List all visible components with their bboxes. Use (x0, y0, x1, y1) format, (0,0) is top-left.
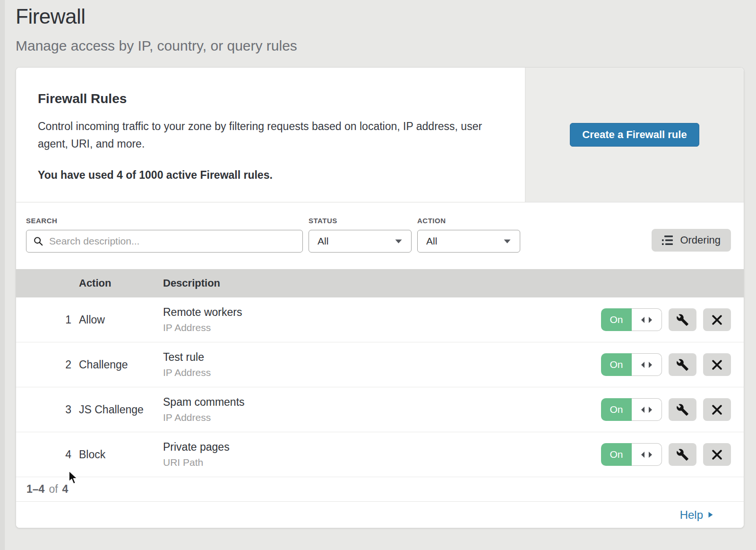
rule-controls: On (601, 443, 744, 466)
rule-controls: On (601, 353, 744, 376)
delete-rule-button[interactable] (703, 308, 731, 331)
chevron-down-icon (503, 239, 511, 244)
chevron-down-icon (395, 239, 403, 244)
page-subtitle: Manage access by IP, country, or query r… (16, 38, 756, 54)
edit-rule-button[interactable] (669, 443, 696, 466)
search-input[interactable] (49, 236, 296, 247)
rule-field-type: URI Path (163, 457, 601, 468)
overview-text-panel: Firewall Rules Control incoming traffic … (16, 68, 525, 202)
left-right-arrows-icon (641, 361, 653, 368)
search-label: SEARCH (26, 217, 303, 225)
rule-number: 3 (16, 403, 79, 416)
rule-field-type: IP Address (163, 367, 601, 378)
rule-enabled-toggle[interactable]: On (601, 398, 662, 421)
rule-action: JS Challenge (79, 403, 163, 416)
overview-usage: You have used 4 of 1000 active Firewall … (38, 169, 492, 182)
toggle-on-label: On (601, 398, 632, 421)
x-icon (712, 359, 722, 370)
search-box[interactable] (26, 230, 303, 253)
pagination-of: of (49, 483, 58, 496)
toggle-on-label: On (601, 353, 632, 376)
rule-description: Private pages (163, 441, 601, 454)
left-right-arrows-icon (641, 406, 653, 413)
rule-enabled-toggle[interactable]: On (601, 353, 662, 376)
toggle-handle[interactable] (632, 398, 662, 421)
rule-number: 2 (16, 358, 79, 371)
pagination-range: 1–4 (26, 483, 44, 496)
arrow-right-icon (708, 511, 713, 518)
wrench-icon (676, 403, 689, 416)
edit-rule-button[interactable] (669, 308, 696, 331)
action-column-header: Action (79, 277, 163, 289)
page-title: Firewall (16, 5, 756, 28)
help-bar: Help (16, 502, 744, 528)
description-column-header: Description (163, 277, 601, 289)
edit-rule-button[interactable] (669, 398, 696, 421)
search-icon (33, 236, 43, 246)
firewall-rules-card: Firewall Rules Control incoming traffic … (16, 67, 744, 528)
action-selected-value: All (426, 236, 437, 247)
overview-section: Firewall Rules Control incoming traffic … (16, 68, 744, 202)
table-row: 2 Challenge Test rule IP Address On (16, 342, 744, 387)
rule-field-type: IP Address (163, 322, 601, 333)
overview-action-panel: Create a Firewall rule (525, 68, 744, 202)
rule-description: Test rule (163, 351, 601, 364)
help-link[interactable]: Help (680, 508, 713, 522)
status-filter: STATUS All (309, 217, 412, 253)
edit-rule-button[interactable] (669, 353, 696, 376)
rule-enabled-toggle[interactable]: On (601, 443, 662, 466)
left-right-arrows-icon (641, 316, 653, 323)
toggle-on-label: On (601, 308, 632, 331)
ordered-list-icon (662, 235, 674, 246)
rule-action: Allow (79, 314, 163, 326)
table-header: Action Description (16, 269, 744, 297)
rule-controls: On (601, 308, 744, 331)
page-header: Firewall Manage access by IP, country, o… (0, 0, 756, 54)
wrench-icon (676, 448, 689, 461)
rule-action: Challenge (79, 358, 163, 371)
filters-bar: SEARCH STATUS All ACTION All (16, 202, 744, 269)
delete-rule-button[interactable] (703, 443, 731, 466)
toggle-on-label: On (601, 443, 632, 466)
search-filter: SEARCH (26, 217, 303, 253)
x-icon (712, 314, 722, 325)
action-select[interactable]: All (417, 230, 520, 253)
action-label: ACTION (417, 217, 520, 225)
status-label: STATUS (309, 217, 412, 225)
delete-rule-button[interactable] (703, 353, 731, 376)
overview-description: Control incoming traffic to your zone by… (38, 118, 487, 153)
rule-number: 4 (16, 448, 79, 461)
pagination: 1–4 of 4 (16, 477, 744, 502)
toggle-handle[interactable] (632, 353, 662, 376)
table-row: 3 JS Challenge Spam comments IP Address … (16, 387, 744, 432)
wrench-icon (676, 314, 689, 326)
rule-enabled-toggle[interactable]: On (601, 308, 662, 331)
x-icon (712, 404, 722, 415)
help-label: Help (680, 508, 703, 522)
rule-controls: On (601, 398, 744, 421)
action-filter: ACTION All (417, 217, 520, 253)
rules-list: 1 Allow Remote workers IP Address On (16, 297, 744, 477)
rule-field-type: IP Address (163, 412, 601, 423)
toggle-handle[interactable] (632, 443, 662, 466)
left-right-arrows-icon (641, 451, 653, 458)
ordering-button[interactable]: Ordering (652, 229, 731, 252)
ordering-button-label: Ordering (680, 234, 721, 246)
table-row: 4 Block Private pages URI Path On (16, 432, 744, 477)
create-firewall-rule-button[interactable]: Create a Firewall rule (570, 123, 699, 147)
status-selected-value: All (318, 236, 328, 247)
table-row: 1 Allow Remote workers IP Address On (16, 297, 744, 342)
status-select[interactable]: All (309, 230, 412, 253)
delete-rule-button[interactable] (703, 398, 731, 421)
pagination-total: 4 (62, 483, 69, 496)
overview-heading: Firewall Rules (38, 91, 492, 106)
rule-description: Spam comments (163, 396, 601, 409)
rule-action: Block (79, 448, 163, 461)
rule-number: 1 (16, 314, 79, 326)
wrench-icon (676, 358, 689, 371)
x-icon (712, 449, 722, 460)
toggle-handle[interactable] (632, 308, 662, 331)
rule-description: Remote workers (163, 306, 601, 319)
